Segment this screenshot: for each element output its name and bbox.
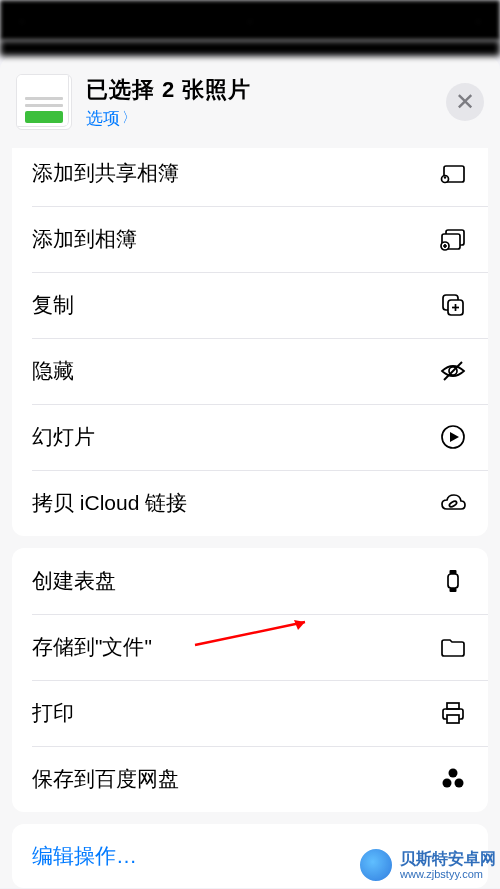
add-to-album-row[interactable]: 添加到相簿	[12, 206, 488, 272]
selection-title: 已选择 2 张照片	[86, 75, 446, 105]
row-label: 创建表盘	[32, 567, 116, 595]
close-icon: ✕	[455, 88, 475, 116]
options-link[interactable]: 选项 〉	[86, 107, 136, 130]
row-label: 添加到共享相簿	[32, 159, 179, 187]
row-label: 隐藏	[32, 357, 74, 385]
watermark: 贝斯特安卓网 www.zjbstyy.com	[358, 847, 496, 883]
svg-rect-17	[450, 570, 457, 574]
watermark-title: 贝斯特安卓网	[400, 850, 496, 868]
print-row[interactable]: 打印	[12, 680, 488, 746]
play-icon	[438, 422, 468, 452]
status-bar: ···	[0, 0, 500, 40]
hide-row[interactable]: 隐藏	[12, 338, 488, 404]
blurred-background	[0, 40, 500, 56]
row-label: 添加到相簿	[32, 225, 137, 253]
svg-rect-16	[448, 574, 458, 588]
watch-icon	[438, 566, 468, 596]
close-button[interactable]: ✕	[446, 83, 484, 121]
add-to-shared-album-row[interactable]: 添加到共享相簿	[12, 148, 488, 206]
share-sheet: 已选择 2 张照片 选项 〉 ✕ 添加到共享相簿 添加到相簿 复制	[0, 56, 500, 888]
selection-thumbnail[interactable]	[16, 74, 72, 130]
save-to-files-row[interactable]: 存储到"文件"	[12, 614, 488, 680]
copy-icloud-link-row[interactable]: 拷贝 iCloud 链接	[12, 470, 488, 536]
hide-icon	[438, 356, 468, 386]
svg-point-24	[455, 779, 464, 788]
share-sheet-header: 已选择 2 张照片 选项 〉 ✕	[0, 64, 500, 148]
album-add-icon	[438, 224, 468, 254]
svg-point-22	[449, 769, 458, 778]
copy-row[interactable]: 复制	[12, 272, 488, 338]
copy-icon	[438, 290, 468, 320]
shared-album-icon	[438, 158, 468, 188]
row-label: 保存到百度网盘	[32, 765, 179, 793]
svg-line-13	[444, 362, 462, 380]
print-icon	[438, 698, 468, 728]
edit-actions-label: 编辑操作…	[32, 844, 137, 867]
chevron-right-icon: 〉	[122, 109, 136, 127]
row-label: 存储到"文件"	[32, 633, 152, 661]
svg-rect-20	[447, 703, 459, 709]
row-label: 打印	[32, 699, 74, 727]
actions-group-1: 添加到共享相簿 添加到相簿 复制 隐藏 幻灯片	[12, 148, 488, 536]
baidu-icon	[438, 764, 468, 794]
create-watch-face-row[interactable]: 创建表盘	[12, 548, 488, 614]
svg-point-15	[449, 500, 458, 507]
svg-point-2	[444, 176, 446, 178]
row-label: 拷贝 iCloud 链接	[32, 489, 187, 517]
files-icon	[438, 632, 468, 662]
svg-point-23	[443, 779, 452, 788]
options-label: 选项	[86, 107, 120, 130]
icloud-link-icon	[438, 488, 468, 518]
svg-rect-21	[447, 715, 459, 723]
row-label: 幻灯片	[32, 423, 95, 451]
row-label: 复制	[32, 291, 74, 319]
slideshow-row[interactable]: 幻灯片	[12, 404, 488, 470]
actions-group-2: 创建表盘 存储到"文件" 打印 保存到百度网盘	[12, 548, 488, 812]
save-to-baidu-row[interactable]: 保存到百度网盘	[12, 746, 488, 812]
watermark-url: www.zjbstyy.com	[400, 868, 496, 880]
watermark-logo	[358, 847, 394, 883]
svg-rect-18	[450, 588, 457, 592]
